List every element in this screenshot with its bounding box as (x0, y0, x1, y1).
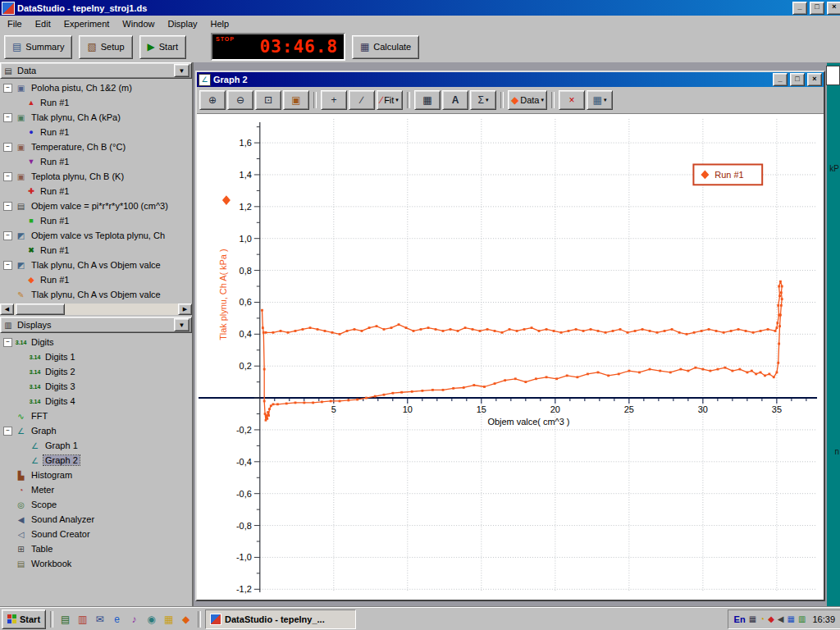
graph-window-titlebar[interactable]: ∠ Graph 2 _ □ × (197, 72, 824, 87)
data-point-marker (457, 330, 459, 332)
datastudio-task-button[interactable]: DataStudio - tepelny_... (205, 609, 356, 629)
datastudio-shortcut-icon[interactable]: ◆ (178, 611, 194, 627)
antivirus-tray-icon[interactable]: ◆ (768, 614, 774, 623)
statistics-button[interactable]: Σ▾ (470, 90, 496, 110)
display-item[interactable]: ∠Graph 2 (0, 453, 192, 468)
data-point-marker (303, 402, 305, 404)
data-tree-hscrollbar[interactable]: ◀ ▶ (0, 304, 192, 315)
data-source-item[interactable]: −▣Teplota plynu, Ch B (K) (0, 169, 192, 184)
display-item[interactable]: ▤Workbook (0, 556, 192, 571)
run-item[interactable]: ✖Run #1 (0, 243, 192, 258)
graph-maximize-button[interactable]: □ (790, 73, 805, 86)
text-tool-button[interactable]: A (442, 90, 468, 110)
menu-display[interactable]: Display (161, 17, 203, 30)
run-item[interactable]: ▲Run #1 (0, 95, 192, 110)
start-button[interactable]: ▶ Start (139, 35, 186, 59)
display-item[interactable]: ◎Scope (0, 497, 192, 512)
display-tray-icon[interactable]: ▦ (788, 614, 795, 623)
display-item[interactable]: 3.14Digits 2 (0, 364, 192, 379)
menu-window[interactable]: Window (116, 17, 161, 30)
expander-icon[interactable]: − (3, 427, 12, 436)
volume-tray-icon[interactable]: ◀ (778, 614, 784, 623)
minimize-button[interactable]: _ (792, 2, 807, 15)
summary-button[interactable]: ▤ Summary (4, 35, 72, 59)
browser-shortcut-icon[interactable]: e (109, 611, 125, 627)
display-item[interactable]: ∿FFT (0, 409, 192, 423)
graph-settings-button[interactable]: ▦▾ (587, 90, 613, 110)
display-item[interactable]: ◔Meter (0, 482, 192, 497)
run-item[interactable]: ■Run #1 (0, 213, 192, 228)
display-item[interactable]: −3.14Digits (0, 335, 192, 349)
folder-shortcut-icon[interactable]: ▦ (161, 611, 176, 627)
setup-button[interactable]: ▧ Setup (79, 35, 132, 59)
run-item[interactable]: ▼Run #1 (0, 154, 192, 169)
mail-shortcut-icon[interactable]: ✉ (92, 611, 107, 627)
document-shortcut-icon[interactable]: ▥ (75, 611, 90, 627)
menu-help[interactable]: Help (204, 17, 236, 30)
language-indicator[interactable]: En (734, 614, 746, 624)
slope-tool-button[interactable]: ∕ (349, 90, 375, 110)
display-item[interactable]: 3.14Digits 1 (0, 349, 192, 364)
display-item[interactable]: ◀Sound Analyzer (0, 512, 192, 527)
network-tray-icon[interactable]: ▥ (798, 614, 806, 623)
data-point-marker (261, 309, 263, 312)
data-point-marker (400, 391, 403, 394)
data-button[interactable]: ◆Data▾ (508, 90, 547, 110)
data-source-item[interactable]: −▤Objem valce = pi*r*r*y*100 (cm^3) (0, 199, 192, 213)
desktop-shortcut-icon[interactable]: ▤ (57, 611, 73, 627)
keyboard-layout-icon[interactable]: ▦ (749, 614, 756, 623)
calculator-button[interactable]: ▦ (414, 90, 441, 110)
zoom-select-button[interactable]: ⊡ (255, 90, 281, 110)
graph-close-button[interactable]: × (807, 73, 822, 86)
chart[interactable]: 1,61,41,21,00,80,60,40,2-0,2-0,4-0,6-0,8… (197, 114, 824, 600)
smart-tool-button[interactable]: + (321, 90, 347, 110)
display-item[interactable]: ◁Sound Creator (0, 527, 192, 541)
media-shortcut-icon[interactable]: ♪ (126, 611, 142, 627)
autoscale-button[interactable]: ▣ (283, 90, 309, 110)
menu-edit[interactable]: Edit (29, 17, 57, 30)
graph-minimize-button[interactable]: _ (773, 73, 788, 86)
data-source-item[interactable]: −◩Tlak plynu, Ch A vs Objem valce (0, 258, 192, 272)
scroll-left-button[interactable]: ◀ (0, 304, 14, 315)
run-item[interactable]: ●Run #1 (0, 125, 192, 139)
display-item[interactable]: ⊞Table (0, 541, 192, 556)
scroll-right-button[interactable]: ▶ (178, 304, 192, 315)
data-source-item[interactable]: −◩Objem valce vs Teplota plynu, Ch (0, 228, 192, 243)
maximize-button[interactable]: □ (810, 2, 824, 15)
display-item[interactable]: −∠Graph (0, 423, 192, 438)
display-item[interactable]: 3.14Digits 3 (0, 379, 192, 394)
expander-icon[interactable]: − (3, 231, 12, 240)
expander-icon[interactable]: − (3, 84, 12, 93)
start-menu-button[interactable]: Start (2, 609, 46, 629)
displays-panel-menu-button[interactable]: ▼ (174, 318, 189, 331)
data-source-item[interactable]: −▣Tlak plynu, Ch A (kPa) (0, 110, 192, 125)
chart-plot-area[interactable] (197, 114, 824, 600)
display-item[interactable]: 3.14Digits 4 (0, 394, 192, 409)
calculate-button[interactable]: ▦ Calculate (352, 35, 419, 59)
zoom-out-button[interactable]: ⊖ (227, 90, 253, 110)
run-item[interactable]: ◆Run #1 (0, 272, 192, 287)
run-item[interactable]: ✚Run #1 (0, 184, 192, 199)
expander-icon[interactable]: − (3, 113, 12, 122)
display-item[interactable]: ▙Histogram (0, 468, 192, 482)
expander-icon[interactable]: − (3, 261, 12, 270)
scheduler-tray-icon[interactable]: ◔ (760, 614, 765, 623)
data-source-item[interactable]: −▣Temperature, Ch B (°C) (0, 139, 192, 154)
data-panel-menu-button[interactable]: ▼ (174, 64, 189, 77)
expander-icon[interactable]: − (3, 143, 12, 152)
expander-icon[interactable]: − (3, 172, 12, 181)
legend[interactable]: Run #1 (693, 164, 762, 185)
scroll-thumb[interactable] (16, 304, 65, 315)
fit-button[interactable]: ∕Fit▾ (377, 90, 403, 110)
display-item[interactable]: ∠Graph 1 (0, 438, 192, 453)
expander-icon[interactable]: − (3, 338, 12, 347)
close-button[interactable]: × (827, 2, 840, 15)
data-source-item[interactable]: ✎Tlak plynu, Ch A vs Objem valce (0, 287, 192, 302)
menu-experiment[interactable]: Experiment (57, 17, 116, 30)
zoom-in-button[interactable]: ⊕ (199, 90, 226, 110)
data-source-item[interactable]: −▣Poloha pistu, Ch 1&2 (m) (0, 80, 192, 95)
expander-icon[interactable]: − (3, 202, 12, 211)
globe-shortcut-icon[interactable]: ◉ (144, 611, 159, 627)
remove-button[interactable]: × (559, 90, 585, 110)
menu-file[interactable]: File (1, 17, 29, 30)
